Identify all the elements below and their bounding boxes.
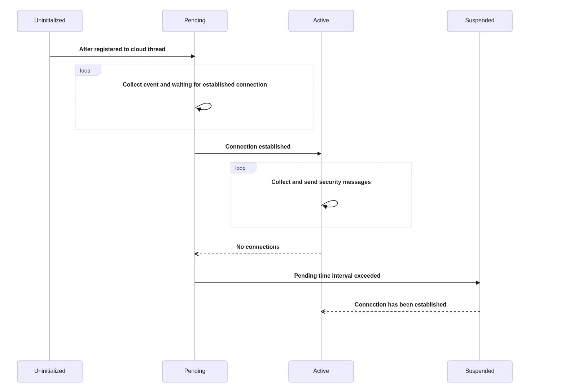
self-loop-icon [321,201,338,207]
participant-label: Active [313,17,329,23]
message-label: After registered to cloud thread [79,46,165,52]
participant-pending-top: Pending [162,10,227,32]
participant-uninitialized-top: Uninitialized [17,10,82,32]
message-label: No connections [236,244,280,250]
participant-active-top: Active [289,10,354,32]
participant-pending-bottom: Pending [162,361,227,382]
message-label: Collect event and waiting for establishe… [123,82,267,88]
message-label: Pending time interval exceeded [294,273,380,279]
participant-uninitialized-bottom: Uninitialized [17,361,82,382]
message-label: Collect and send security messages [271,179,371,185]
loop-tag-label: loop [80,67,90,74]
message-label: Connection established [225,144,290,150]
participant-label: Uninitialized [34,368,65,374]
participant-suspended-top: Suspended [447,10,512,32]
participant-suspended-bottom: Suspended [447,361,512,382]
sequence-diagram: Uninitialized Pending Active Suspended A… [0,0,578,392]
participant-label: Pending [184,368,206,374]
loop-tag-label: loop [235,165,245,171]
participant-label: Active [313,368,329,374]
self-loop-icon [195,103,211,110]
participant-label: Suspended [465,17,495,23]
participant-label: Uninitialized [34,17,65,23]
participant-label: Pending [184,17,206,23]
participant-label: Suspended [465,368,495,374]
participant-active-bottom: Active [289,361,354,382]
message-label: Connection has been established [355,301,446,308]
